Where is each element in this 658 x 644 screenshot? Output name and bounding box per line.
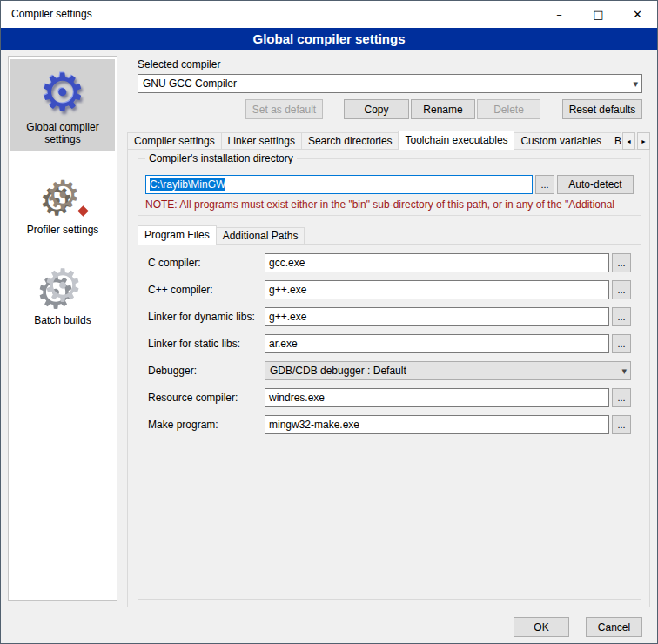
- linker-static-value: ar.exe: [269, 338, 298, 350]
- cpp-compiler-label: C++ compiler:: [148, 284, 265, 296]
- tab-scroll-left-icon[interactable]: ◄: [622, 132, 635, 150]
- title-bar[interactable]: Compiler settings – □ ✕: [1, 1, 657, 28]
- cpp-compiler-value: g++.exe: [269, 284, 306, 296]
- c-compiler-value: gcc.exe: [269, 257, 305, 269]
- resource-compiler-label: Resource compiler:: [148, 392, 265, 404]
- field-row-make-program: Make program: mingw32-make.exe ...: [148, 415, 631, 434]
- selected-compiler-combobox[interactable]: GNU GCC Compiler ▾: [138, 74, 642, 93]
- toolchain-fields: C compiler: gcc.exe ... C++ compiler: g+…: [138, 245, 641, 434]
- dialog-banner: Global compiler settings: [1, 28, 657, 50]
- tab-scroll-right-icon[interactable]: ►: [637, 132, 650, 150]
- debugger-value: GDB/CDB debugger : Default: [270, 365, 406, 377]
- maximize-button[interactable]: □: [579, 1, 618, 28]
- toolchain-executables-panel: Compiler's installation directory C:\ray…: [127, 149, 650, 607]
- set-as-default-button[interactable]: Set as default: [245, 99, 323, 119]
- resource-compiler-value: windres.exe: [269, 392, 325, 404]
- tab-linker-settings[interactable]: Linker settings: [221, 132, 302, 150]
- subtab-additional-paths[interactable]: Additional Paths: [216, 227, 306, 245]
- linker-static-browse-button[interactable]: ...: [612, 334, 631, 353]
- installation-directory-input[interactable]: C:\raylib\MinGW: [145, 175, 533, 194]
- resource-compiler-input[interactable]: windres.exe: [265, 388, 609, 407]
- sidebar-item-label: Profiler settings: [12, 224, 113, 236]
- selected-compiler-label: Selected compiler: [138, 58, 220, 70]
- tab-scroll-buttons: ◄ ►: [622, 132, 650, 150]
- installation-directory-value: C:\raylib\MinGW: [150, 178, 225, 191]
- field-row-cpp-compiler: C++ compiler: g++.exe ...: [148, 280, 631, 299]
- reset-defaults-button[interactable]: Reset defaults: [562, 99, 642, 119]
- debugger-combobox[interactable]: GDB/CDB debugger : Default ▾: [265, 361, 631, 380]
- programs-subtab-strip: Program Files Additional Paths: [138, 225, 305, 245]
- linker-dynamic-label: Linker for dynamic libs:: [148, 311, 265, 323]
- auto-detect-button[interactable]: Auto-detect: [557, 175, 634, 194]
- make-program-label: Make program:: [148, 419, 265, 431]
- installation-directory-group: Compiler's installation directory C:\ray…: [138, 158, 641, 216]
- c-compiler-label: C compiler:: [148, 257, 265, 269]
- copy-button[interactable]: Copy: [344, 99, 409, 119]
- installation-directory-browse-button[interactable]: ...: [535, 175, 554, 194]
- cancel-button[interactable]: Cancel: [586, 617, 642, 637]
- linker-dynamic-value: g++.exe: [269, 311, 306, 323]
- make-program-browse-button[interactable]: ...: [612, 415, 631, 434]
- tab-build-options[interactable]: Buil: [608, 132, 621, 150]
- compiler-settings-window: Compiler settings – □ ✕ Global compiler …: [0, 0, 658, 644]
- tab-toolchain-executables[interactable]: Toolchain executables: [398, 131, 514, 150]
- installation-directory-group-title: Compiler's installation directory: [145, 152, 297, 164]
- minimize-button[interactable]: –: [540, 1, 579, 28]
- sidebar-item-label: Batch builds: [12, 314, 113, 326]
- profiler-tool-icon: ⚙: [12, 166, 113, 224]
- chevron-down-icon: ▾: [621, 362, 627, 379]
- delete-button[interactable]: Delete: [477, 99, 540, 119]
- ok-button[interactable]: OK: [514, 617, 569, 637]
- make-program-input[interactable]: mingw32-make.exe: [265, 415, 609, 434]
- make-program-value: mingw32-make.exe: [269, 419, 359, 431]
- tab-search-directories[interactable]: Search directories: [301, 132, 400, 150]
- window-controls: – □ ✕: [540, 1, 657, 28]
- field-row-c-compiler: C compiler: gcc.exe ...: [148, 253, 631, 272]
- selected-compiler-value: GNU GCC Compiler: [143, 77, 237, 90]
- debugger-label: Debugger:: [148, 365, 265, 377]
- field-row-debugger: Debugger: GDB/CDB debugger : Default ▾: [148, 361, 631, 380]
- settings-tab-strip: Compiler settings Linker settings Search…: [127, 131, 650, 150]
- resource-compiler-browse-button[interactable]: ...: [612, 388, 631, 407]
- c-compiler-browse-button[interactable]: ...: [612, 253, 631, 272]
- field-row-linker-dynamic: Linker for dynamic libs: g++.exe ...: [148, 307, 631, 326]
- tab-custom-variables[interactable]: Custom variables: [514, 132, 608, 150]
- close-button[interactable]: ✕: [618, 1, 657, 28]
- sidebar-item-label: Global compiler settings: [12, 121, 113, 145]
- field-row-linker-static: Linker for static libs: ar.exe ...: [148, 334, 631, 353]
- window-title: Compiler settings: [11, 1, 92, 28]
- global-compiler-gear-icon: ⚙: [12, 64, 113, 121]
- linker-static-label: Linker for static libs:: [148, 338, 265, 350]
- sidebar-item-batch-builds[interactable]: ⚙ Batch builds: [10, 252, 115, 332]
- tab-compiler-settings[interactable]: Compiler settings: [127, 132, 222, 150]
- linker-dynamic-input[interactable]: g++.exe: [265, 307, 609, 326]
- field-row-resource-compiler: Resource compiler: windres.exe ...: [148, 388, 631, 407]
- cpp-compiler-input[interactable]: g++.exe: [265, 280, 609, 299]
- linker-static-input[interactable]: ar.exe: [265, 334, 609, 353]
- c-compiler-input[interactable]: gcc.exe: [265, 253, 609, 272]
- linker-dynamic-browse-button[interactable]: ...: [612, 307, 631, 326]
- program-files-panel: C compiler: gcc.exe ... C++ compiler: g+…: [138, 244, 641, 600]
- settings-category-list: ⚙ Global compiler settings ⚙ Profiler se…: [8, 56, 118, 601]
- sidebar-item-global-compiler-settings[interactable]: ⚙ Global compiler settings: [10, 59, 115, 151]
- installation-directory-row: C:\raylib\MinGW ... Auto-detect: [145, 175, 634, 194]
- sidebar-item-profiler-settings[interactable]: ⚙ Profiler settings: [10, 162, 115, 242]
- subtab-program-files[interactable]: Program Files: [138, 225, 217, 245]
- banner-title: Global compiler settings: [252, 31, 405, 46]
- rename-button[interactable]: Rename: [411, 99, 475, 119]
- batch-builds-gears-icon: ⚙: [12, 257, 113, 314]
- installation-directory-note: NOTE: All programs must exist either in …: [145, 198, 641, 211]
- chevron-down-icon: ▾: [633, 75, 638, 92]
- cpp-compiler-browse-button[interactable]: ...: [612, 280, 631, 299]
